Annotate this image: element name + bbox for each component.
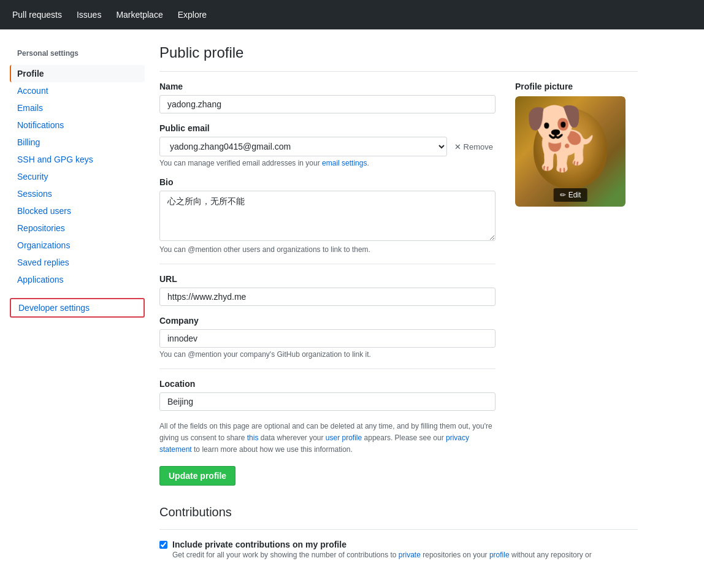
url-label: URL <box>159 274 495 284</box>
url-group: URL <box>159 274 495 306</box>
sidebar-link-sessions[interactable]: Sessions <box>10 185 145 202</box>
sidebar-link-repos[interactable]: Repositories <box>10 220 145 237</box>
contributions-title: Contributions <box>159 505 638 530</box>
sidebar-item-blocked[interactable]: Blocked users <box>10 202 145 220</box>
sidebar-link-orgs[interactable]: Organizations <box>10 237 145 254</box>
sidebar-item-ssh-gpg[interactable]: SSH and GPG keys <box>10 151 145 168</box>
location-group: Location <box>159 379 495 411</box>
main-content: Public profile Name Public email yadong.… <box>159 44 638 559</box>
sidebar-item-orgs[interactable]: Organizations <box>10 237 145 254</box>
top-navigation: Pull requests Issues Marketplace Explore <box>0 0 704 29</box>
sidebar-item-applications[interactable]: Applications <box>10 271 145 288</box>
profile-link[interactable]: profile <box>489 551 510 559</box>
sidebar-link-account[interactable]: Account <box>10 82 145 99</box>
edit-picture-button[interactable]: ✏ Edit <box>554 188 587 202</box>
sidebar-link-profile[interactable]: Profile <box>10 65 145 82</box>
footer-note: All of the fields on this page are optio… <box>159 421 495 456</box>
sidebar-heading: Personal settings <box>10 44 145 63</box>
private-contributions-label[interactable]: Include private contributions on my prof… <box>172 540 346 549</box>
sidebar-link-security[interactable]: Security <box>10 168 145 185</box>
user-profile-link[interactable]: user profile <box>326 433 362 442</box>
private-contributions-checkbox[interactable] <box>159 541 167 549</box>
sidebar-link-blocked[interactable]: Blocked users <box>10 202 145 220</box>
this-link[interactable]: this <box>247 433 259 442</box>
sidebar-link-developer[interactable]: Developer settings <box>11 299 143 316</box>
sidebar-link-applications[interactable]: Applications <box>10 271 145 288</box>
nav-explore[interactable]: Explore <box>175 5 209 25</box>
sidebar: Personal settings Profile Account Emails… <box>10 44 145 559</box>
email-label: Public email <box>159 123 495 133</box>
sidebar-link-saved-replies[interactable]: Saved replies <box>10 254 145 271</box>
email-remove-button[interactable]: ✕ Remove <box>452 140 495 154</box>
email-help: You can manage verified email addresses … <box>159 159 495 167</box>
sidebar-link-notifications[interactable]: Notifications <box>10 116 145 134</box>
private-contributions-description: Get credit for all your work by showing … <box>172 551 592 559</box>
sidebar-link-ssh-gpg[interactable]: SSH and GPG keys <box>10 151 145 168</box>
bio-textarea[interactable]: 心之所向，无所不能 <box>159 191 495 241</box>
profile-form: Name Public email yadong.zhang0415@gmail… <box>159 82 495 486</box>
profile-picture-section: Profile picture ✏ Edit <box>515 82 638 486</box>
email-group: Public email yadong.zhang0415@gmail.com … <box>159 123 495 167</box>
company-group: Company You can @mention your company's … <box>159 316 495 359</box>
sidebar-item-billing[interactable]: Billing <box>10 134 145 151</box>
nav-marketplace[interactable]: Marketplace <box>113 5 165 25</box>
email-select[interactable]: yadong.zhang0415@gmail.com <box>159 137 447 156</box>
nav-pull-requests[interactable]: Pull requests <box>10 5 64 25</box>
profile-picture-label: Profile picture <box>515 82 638 91</box>
private-repos-link[interactable]: private <box>399 551 421 559</box>
company-input[interactable] <box>159 329 495 348</box>
edit-label: Edit <box>568 191 581 199</box>
sidebar-item-sessions[interactable]: Sessions <box>10 185 145 202</box>
sidebar-item-account[interactable]: Account <box>10 82 145 99</box>
sidebar-item-profile[interactable]: Profile <box>10 65 145 82</box>
divider-1 <box>159 264 495 264</box>
update-profile-button[interactable]: Update profile <box>159 466 235 486</box>
update-button-wrapper: Update profile <box>159 466 495 486</box>
page-container: Personal settings Profile Account Emails… <box>0 29 704 574</box>
remove-label: Remove <box>464 142 493 151</box>
sidebar-item-saved-replies[interactable]: Saved replies <box>10 254 145 271</box>
sidebar-item-notifications[interactable]: Notifications <box>10 116 145 134</box>
location-label: Location <box>159 379 495 389</box>
company-help: You can @mention your company's GitHub o… <box>159 350 495 359</box>
contributions-section: Contributions Include private contributi… <box>159 505 638 559</box>
private-contributions-group: Include private contributions on my prof… <box>159 540 638 559</box>
url-input[interactable] <box>159 288 495 306</box>
name-label: Name <box>159 82 495 91</box>
private-contributions-text: Include private contributions on my prof… <box>172 540 592 559</box>
profile-picture-container: ✏ Edit <box>515 96 626 207</box>
sidebar-nav: Profile Account Emails Notifications Bil… <box>10 65 145 288</box>
sidebar-item-repos[interactable]: Repositories <box>10 220 145 237</box>
pencil-icon: ✏ <box>560 191 566 199</box>
divider-2 <box>159 368 495 369</box>
sidebar-link-billing[interactable]: Billing <box>10 134 145 151</box>
privacy-statement-link[interactable]: privacy statement <box>159 433 469 454</box>
sidebar-link-emails[interactable]: Emails <box>10 99 145 116</box>
x-icon: ✕ <box>454 142 461 151</box>
sidebar-item-security[interactable]: Security <box>10 168 145 185</box>
sidebar-developer-settings[interactable]: Developer settings <box>10 298 145 318</box>
bio-label: Bio <box>159 177 495 187</box>
email-select-wrapper: yadong.zhang0415@gmail.com ✕ Remove <box>159 137 495 156</box>
location-input[interactable] <box>159 392 495 411</box>
profile-layout: Name Public email yadong.zhang0415@gmail… <box>159 82 638 486</box>
page-title: Public profile <box>159 44 638 72</box>
bio-help: You can @mention other users and organiz… <box>159 245 495 254</box>
sidebar-item-emails[interactable]: Emails <box>10 99 145 116</box>
bio-group: Bio 心之所向，无所不能 You can @mention other use… <box>159 177 495 254</box>
email-settings-link[interactable]: email settings <box>322 159 367 167</box>
nav-issues[interactable]: Issues <box>74 5 104 25</box>
company-label: Company <box>159 316 495 326</box>
name-input[interactable] <box>159 95 495 113</box>
name-group: Name <box>159 82 495 113</box>
